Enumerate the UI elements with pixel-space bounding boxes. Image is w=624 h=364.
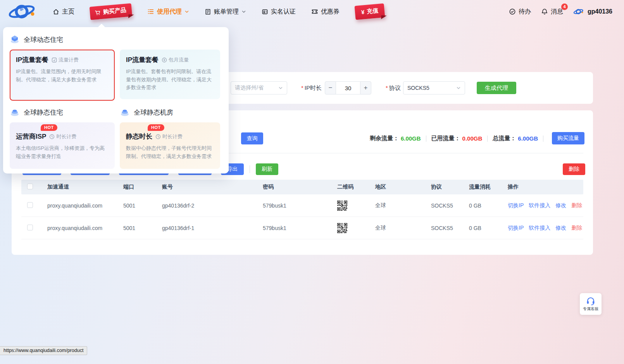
row-checkbox[interactable] — [27, 202, 33, 208]
col-header-password: 密码 — [255, 184, 329, 191]
col-header-qrcode: 二维码 — [329, 184, 367, 191]
col-header-port: 端口 — [115, 184, 154, 191]
table-row: proxy.quanqiudaili.com 5001 gp40136drf-2… — [21, 194, 583, 217]
nav-messages-label: 消息 — [551, 8, 563, 16]
chevron-down-icon — [278, 86, 283, 90]
delete-selected-button[interactable]: 删除 — [563, 163, 585, 175]
nav-buy-product[interactable]: 购买产品 — [90, 3, 133, 20]
action-switch-ip[interactable]: 切换IP — [508, 202, 524, 208]
card-title: IP流量套餐 — [16, 55, 48, 64]
avatar-planet-icon — [573, 7, 584, 16]
card-title: 运营商ISP — [16, 132, 46, 141]
cart-icon — [94, 9, 101, 16]
cell-password: 579busk1 — [255, 203, 329, 209]
customer-service-widget[interactable]: 专属客服 — [580, 293, 602, 315]
remaining-traffic-value: 6.00GB — [401, 135, 421, 142]
chevron-down-icon — [184, 9, 189, 14]
nav-buy-product-label: 购买产品 — [103, 7, 126, 16]
cell-channel: proxy.quanqiudaili.com — [40, 225, 115, 231]
nav-home[interactable]: 主页 — [53, 8, 74, 16]
product-card-traffic-metered[interactable]: IP流量套餐 流量计费 IP流量包。流量范围内，使用无时间限制。代理稳定，满足大… — [10, 50, 115, 101]
table-row: proxy.quanqiudaili.com 5001 gp40136drf-1… — [21, 217, 583, 239]
card-tag: 包月流量 — [162, 57, 189, 64]
top-nav: IP 主页 购买产品 使用代理 — [0, 0, 624, 23]
query-button[interactable]: 查询 — [241, 132, 263, 144]
cell-password: 579busk1 — [255, 225, 329, 231]
nav-real-name[interactable]: 实名认证 — [262, 8, 296, 16]
col-header-protocol: 协议 — [423, 184, 461, 191]
action-modify[interactable]: 修改 — [555, 202, 566, 208]
hot-badge: HOT — [148, 124, 164, 131]
traffic-stats: 剩余流量：6.00GB 已用流量：0.00GB 总流量：6.00GB — [370, 132, 543, 144]
hot-badge: HOT — [41, 124, 57, 131]
nav-real-name-label: 实名认证 — [271, 8, 296, 16]
chevron-down-icon — [456, 86, 461, 90]
qr-code-icon[interactable] — [337, 201, 347, 211]
refresh-button[interactable]: 刷新 — [256, 163, 278, 175]
duration-input[interactable] — [336, 81, 360, 94]
card-tag: 时长计费 — [49, 133, 76, 140]
cell-account: gp40136drf-1 — [154, 225, 255, 231]
col-header-actions: 操作 — [500, 184, 583, 191]
nav-recharge[interactable]: ¥ 充值 — [355, 3, 385, 20]
nav-todo-label: 待办 — [519, 8, 531, 16]
section-global-static-datacenter: 全球静态机房 — [120, 107, 220, 118]
duration-minus-button[interactable]: − — [325, 81, 336, 94]
product-menu-dropdown: 全球动态住宅 IP流量套餐 流量计费 IP流量包。流量范围内，使用无时间限制。代… — [3, 27, 229, 173]
row-checkbox[interactable] — [27, 225, 33, 230]
action-software-access[interactable]: 软件接入 — [529, 225, 550, 231]
used-traffic-label: 已用流量： — [431, 135, 460, 142]
product-card-traffic-monthly[interactable]: IP流量套餐 包月流量 IP流量包。套餐包有时间限制。请在流量包有效期内使用。代… — [120, 50, 220, 99]
nav-right-group: 待办 消息 4 gp40136 — [509, 7, 612, 16]
col-header-account: 账号 — [154, 184, 255, 191]
nav-billing[interactable]: 账单管理 — [205, 8, 246, 16]
row-actions: 切换IP软件接入修改删除 — [500, 225, 583, 232]
section-global-static-residential: 全球静态住宅 — [10, 107, 115, 118]
select-all-checkbox[interactable] — [27, 184, 33, 189]
user-menu[interactable]: gp40136 — [573, 7, 612, 16]
cell-traffic: 0 GB — [461, 225, 500, 231]
nav-home-label: 主页 — [62, 8, 74, 16]
remaining-traffic-label: 剩余流量： — [370, 135, 399, 142]
action-switch-ip[interactable]: 切换IP — [508, 225, 524, 231]
nav-todo[interactable]: 待办 — [509, 8, 531, 16]
col-header-traffic: 流量消耗 — [461, 184, 500, 191]
meter-icon — [52, 57, 57, 63]
action-delete[interactable]: 删除 — [571, 202, 582, 208]
qr-code-icon[interactable] — [337, 223, 347, 233]
yen-icon: ¥ — [361, 9, 365, 15]
product-card-isp[interactable]: HOT 运营商ISP 时长计费 本土电信ISP运营商，珍稀资源，专为高端业务需求… — [10, 122, 115, 169]
buy-traffic-button[interactable]: 购买流量 — [552, 132, 584, 144]
nav-use-proxy-label: 使用代理 — [157, 8, 182, 16]
protocol-select[interactable]: SOCKS5 — [403, 81, 465, 94]
generate-proxy-button[interactable]: 生成代理 — [477, 82, 516, 94]
col-header-channel: 加速通道 — [40, 184, 115, 191]
chevron-down-icon — [241, 9, 246, 14]
action-delete[interactable]: 删除 — [571, 225, 582, 231]
action-modify[interactable]: 修改 — [555, 225, 566, 231]
required-asterisk: * — [386, 84, 388, 91]
ip-duration-label: *IP时长 — [301, 84, 322, 92]
cell-region: 全球 — [367, 225, 423, 232]
logo[interactable]: IP — [8, 2, 37, 21]
planet-logo-icon: IP — [8, 2, 37, 21]
duration-plus-button[interactable]: + — [360, 81, 371, 94]
action-software-access[interactable]: 软件接入 — [529, 202, 550, 208]
card-description: 数据中心静态代理，子账号代理无时间限制。代理稳定，满足大多数业务需求 — [126, 144, 214, 160]
product-card-static-duration[interactable]: HOT 静态时长 时长计费 数据中心静态代理，子账号代理无时间限制。代理稳定，满… — [120, 122, 220, 169]
nav-coupon[interactable]: 优惠券 — [311, 8, 340, 16]
card-title: 静态时长 — [126, 132, 152, 141]
cell-protocol: SOCKS5 — [423, 225, 461, 231]
layers-icon — [10, 107, 20, 117]
region-select[interactable]: 请选择州/省 — [231, 81, 287, 94]
protocol-label: *协议 — [386, 84, 401, 92]
used-traffic-value: 0.00GB — [462, 135, 483, 142]
list-icon — [147, 8, 154, 15]
bell-icon — [541, 8, 548, 15]
nav-use-proxy[interactable]: 使用代理 — [147, 8, 189, 16]
id-card-icon — [262, 9, 268, 15]
col-header-region: 地区 — [367, 184, 423, 191]
nav-messages[interactable]: 消息 4 — [541, 8, 563, 16]
divider — [543, 136, 543, 142]
card-description: 本土电信ISP运营商，珍稀资源，专为高端业务需求量身打造 — [16, 144, 109, 160]
